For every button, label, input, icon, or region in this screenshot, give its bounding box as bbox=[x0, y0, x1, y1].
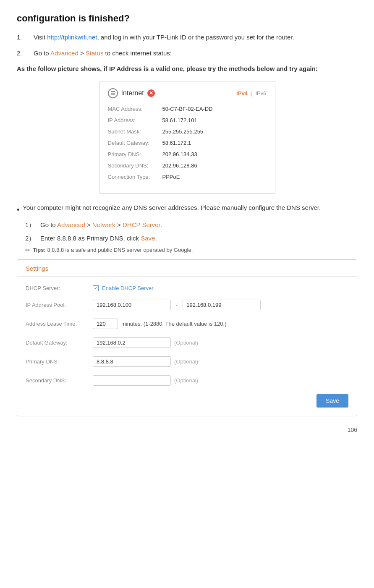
secondary-dns-row: Secondary DNS: 202.96.128.86 bbox=[108, 162, 267, 169]
subnet-row: Subnet Mask: 255.255.255.255 bbox=[108, 128, 267, 135]
sub-step-2-num: 2） bbox=[25, 233, 40, 243]
ipv6-tab[interactable]: IPv6 bbox=[255, 90, 266, 97]
sub2-text-after: . bbox=[155, 235, 157, 242]
ipv4-tab[interactable]: IPv4 bbox=[236, 90, 248, 97]
bullet-item: • Your computer might not recognize any … bbox=[17, 203, 357, 216]
internet-box-wrapper: Internet ✕ IPv4 | IPv6 MAC Address: 50-C… bbox=[17, 81, 357, 194]
ip-pool-label: IP Address Pool: bbox=[26, 302, 89, 308]
secondary-dns-settings-row: Secondary DNS: (Optional) bbox=[17, 371, 357, 390]
connection-type-value: PPPoE bbox=[162, 174, 180, 180]
advanced-link-1[interactable]: Advanced bbox=[50, 50, 78, 57]
step-1-text-before: Visit bbox=[34, 34, 47, 41]
sub2-text-before: Enter 8.8.8.8 as Primary DNS, click bbox=[40, 235, 141, 242]
page-heading: configuration is finished? bbox=[17, 13, 357, 25]
bullet-text: Your computer might not recognize any DN… bbox=[23, 203, 321, 213]
subnet-value: 255.255.255.255 bbox=[162, 128, 204, 135]
ip-row: IP Address: 58.61.172.101 bbox=[108, 117, 267, 123]
step-2: 2. Go to Advanced > Status to check inte… bbox=[17, 48, 357, 58]
save-button[interactable]: Save bbox=[316, 394, 348, 408]
step-1-content: Visit http://tplinkwifi.net, and log in … bbox=[34, 32, 357, 42]
tips-text: 8.8.8.8 is a safe and public DNS server … bbox=[47, 247, 193, 253]
step-1: 1. Visit http://tplinkwifi.net, and log … bbox=[17, 32, 357, 42]
bullet-dot: • bbox=[17, 204, 19, 216]
ip-pool-to[interactable] bbox=[183, 300, 261, 310]
gateway-row: Default Gateway: 58.61.172.1 bbox=[108, 140, 267, 146]
gateway-label: Default Gateway: bbox=[108, 140, 162, 146]
ip-pool-dash: - bbox=[176, 302, 178, 308]
mac-row: MAC Address: 50-C7-BF-02-EA-DD bbox=[108, 106, 267, 112]
sub-step-1-content: Go to Advanced > Network > DHCP Server. bbox=[40, 220, 162, 230]
primary-dns-settings-value: (Optional) bbox=[93, 356, 198, 367]
page-number: 106 bbox=[348, 426, 357, 433]
settings-footer: Save bbox=[17, 390, 357, 409]
default-gateway-input[interactable] bbox=[93, 337, 171, 348]
ipv-divider: | bbox=[251, 90, 252, 97]
default-gateway-settings-label: Default Gateway: bbox=[26, 340, 89, 346]
gateway-value: 58.61.172.1 bbox=[162, 140, 191, 146]
lease-time-label: Address Lease Time: bbox=[26, 321, 89, 327]
connection-type-row: Connection Type: PPPoE bbox=[108, 174, 267, 180]
ip-pool-row: IP Address Pool: - bbox=[17, 295, 357, 314]
sub-step-1: 1） Go to Advanced > Network > DHCP Serve… bbox=[25, 220, 357, 230]
sub1-sep2: > bbox=[115, 221, 123, 228]
primary-dns-input[interactable] bbox=[93, 356, 171, 367]
sub1-sep1: > bbox=[85, 221, 92, 228]
error-icon: ✕ bbox=[147, 89, 155, 97]
status-link[interactable]: Status bbox=[86, 50, 104, 57]
tips-line: ✏ Tips: 8.8.8.8 is a safe and public DNS… bbox=[25, 247, 357, 253]
gateway-optional: (Optional) bbox=[174, 340, 198, 346]
network-link[interactable]: Network bbox=[92, 221, 115, 228]
secondary-dns-settings-label: Secondary DNS: bbox=[26, 377, 89, 384]
dhcp-server-label: DHCP Server: bbox=[26, 285, 89, 291]
primary-dns-label: Primary DNS: bbox=[108, 151, 162, 157]
ip-value: 58.61.172.101 bbox=[162, 117, 197, 123]
secondary-dns-optional: (Optional) bbox=[174, 377, 198, 384]
default-gateway-row: Default Gateway: (Optional) bbox=[17, 333, 357, 352]
step-2-sep1: > bbox=[78, 50, 86, 57]
sub1-text-after: . bbox=[160, 221, 162, 228]
lease-time-row: Address Lease Time: minutes. (1-2880. Th… bbox=[17, 314, 357, 333]
ip-pool-from[interactable] bbox=[93, 300, 171, 310]
settings-title: Settings bbox=[17, 260, 357, 277]
advanced-link-2[interactable]: Advanced bbox=[57, 221, 85, 228]
internet-status-box: Internet ✕ IPv4 | IPv6 MAC Address: 50-C… bbox=[99, 81, 275, 194]
mac-value: 50-C7-BF-02-EA-DD bbox=[162, 106, 213, 112]
step-2-go-to: Go to bbox=[34, 50, 50, 57]
primary-dns-row: Primary DNS: 202.96.134.33 bbox=[108, 151, 267, 157]
settings-box: Settings DHCP Server: Enable DHCP Server… bbox=[17, 259, 357, 416]
ip-pool-value: - bbox=[93, 300, 261, 310]
dhcp-server-value: Enable DHCP Server bbox=[93, 285, 154, 291]
dhcp-link[interactable]: DHCP Server bbox=[123, 221, 160, 228]
secondary-dns-input[interactable] bbox=[93, 375, 171, 386]
mac-label: MAC Address: bbox=[108, 106, 162, 112]
lease-time-input[interactable] bbox=[93, 319, 118, 329]
subnet-label: Subnet Mask: bbox=[108, 128, 162, 135]
primary-dns-value: 202.96.134.33 bbox=[162, 151, 197, 157]
tips-label: Tips: 8.8.8.8 is a safe and public DNS s… bbox=[33, 247, 193, 253]
connection-type-label: Connection Type: bbox=[108, 174, 162, 180]
lease-time-value: minutes. (1-2880. The default value is 1… bbox=[93, 319, 227, 329]
bullet-section: • Your computer might not recognize any … bbox=[17, 203, 357, 253]
dhcp-checkbox[interactable] bbox=[93, 285, 99, 291]
secondary-dns-label: Secondary DNS: bbox=[108, 162, 162, 169]
tplinkwifi-link[interactable]: http://tplinkwifi.net bbox=[47, 34, 97, 41]
step-1-text-after: , and log in with your TP-Link ID or the… bbox=[97, 34, 294, 41]
enable-dhcp-label: Enable DHCP Server bbox=[102, 285, 154, 291]
ip-label: IP Address: bbox=[108, 117, 162, 123]
primary-dns-settings-row: Primary DNS: (Optional) bbox=[17, 352, 357, 371]
default-gateway-settings-value: (Optional) bbox=[93, 337, 198, 348]
pencil-icon: ✏ bbox=[25, 247, 30, 253]
dhcp-server-row: DHCP Server: Enable DHCP Server bbox=[17, 281, 357, 295]
internet-title: Internet bbox=[121, 89, 144, 97]
step-1-num: 1. bbox=[17, 32, 34, 42]
sub1-text-before: Go to bbox=[40, 221, 57, 228]
step-2-text-after: to check internet status: bbox=[103, 50, 172, 57]
sub-step-1-num: 1） bbox=[25, 220, 40, 230]
save-link[interactable]: Save bbox=[141, 235, 155, 242]
primary-dns-settings-label: Primary DNS: bbox=[26, 358, 89, 365]
bold-paragraph: As the follow picture shows, if IP Addre… bbox=[17, 64, 357, 74]
status-box-left: Internet ✕ bbox=[108, 88, 155, 98]
globe-icon bbox=[108, 88, 118, 98]
minutes-hint: minutes. (1-2880. The default value is 1… bbox=[121, 321, 227, 327]
primary-dns-optional: (Optional) bbox=[174, 358, 198, 365]
